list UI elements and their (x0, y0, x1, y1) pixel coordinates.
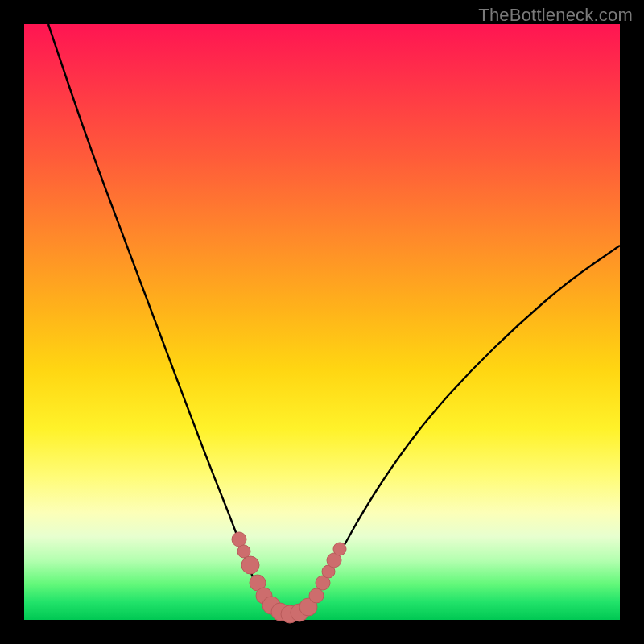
scatter-dot (232, 532, 246, 547)
chart-svg (24, 24, 620, 620)
watermark-text: TheBottleneck.com (478, 5, 633, 26)
right-curve-path (306, 246, 620, 608)
scatter-dots-group (232, 532, 346, 623)
scatter-dot (242, 556, 259, 574)
left-curve-path (48, 24, 274, 608)
scatter-dot (309, 588, 324, 603)
scatter-dot (333, 543, 346, 555)
scatter-dot (237, 545, 250, 558)
